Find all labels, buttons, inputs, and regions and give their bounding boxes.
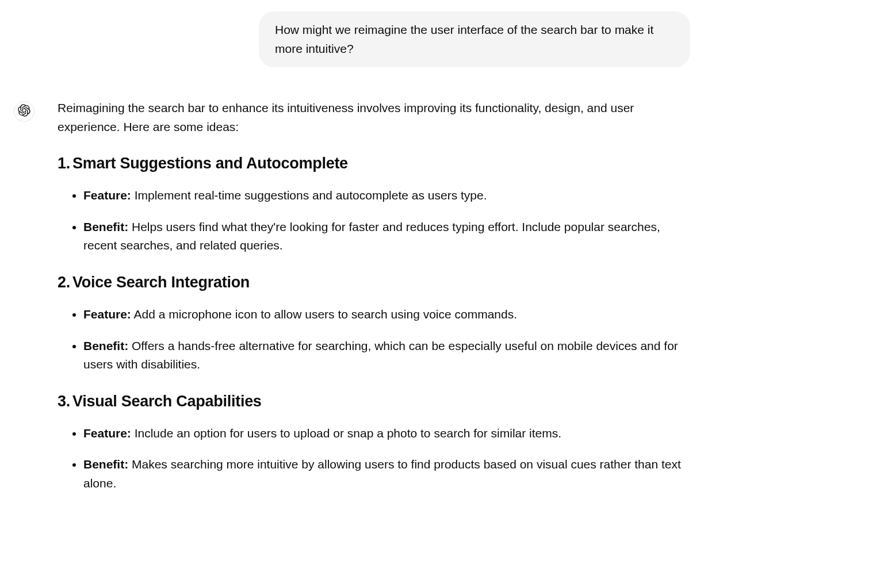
feature-text: Add a microphone icon to allow users to … <box>131 308 517 321</box>
section-1-list: Feature: Implement real-time suggestions… <box>58 186 690 255</box>
feature-label: Feature: <box>83 308 131 321</box>
list-item: Feature: Include an option for users to … <box>83 424 690 443</box>
assistant-message-content: Reimagining the search bar to enhance it… <box>58 99 690 498</box>
conversation-container: How might we reimagine the user interfac… <box>58 11 690 498</box>
section-heading-1: 1.Smart Suggestions and Autocomplete <box>58 153 690 174</box>
feature-text: Include an option for users to upload or… <box>131 426 561 440</box>
list-item: Feature: Add a microphone icon to allow … <box>83 305 690 324</box>
section-heading-2: 2.Voice Search Integration <box>58 272 690 293</box>
openai-logo-icon <box>18 104 30 119</box>
user-message-bubble: How might we reimagine the user interfac… <box>259 11 690 67</box>
benefit-label: Benefit: <box>83 339 128 352</box>
assistant-message-row: Reimagining the search bar to enhance it… <box>58 99 690 498</box>
benefit-label: Benefit: <box>83 458 128 471</box>
section-title: Smart Suggestions and Autocomplete <box>72 155 348 172</box>
list-item: Benefit: Makes searching more intuitive … <box>83 455 690 493</box>
benefit-text: Offers a hands-free alternative for sear… <box>83 339 678 371</box>
benefit-text: Makes searching more intuitive by allowi… <box>83 458 681 490</box>
benefit-text: Helps users find what they're looking fo… <box>83 220 660 252</box>
section-3-list: Feature: Include an option for users to … <box>58 424 690 493</box>
user-message-text: How might we reimagine the user interfac… <box>275 23 653 55</box>
feature-label: Feature: <box>83 426 131 440</box>
user-message-row: How might we reimagine the user interfac… <box>58 11 690 67</box>
list-item: Benefit: Offers a hands-free alternative… <box>83 337 690 374</box>
list-item: Feature: Implement real-time suggestions… <box>83 186 690 205</box>
section-title: Voice Search Integration <box>72 274 250 291</box>
section-2-list: Feature: Add a microphone icon to allow … <box>58 305 690 374</box>
benefit-label: Benefit: <box>83 220 128 233</box>
assistant-avatar <box>14 101 35 122</box>
feature-label: Feature: <box>83 189 131 202</box>
feature-text: Implement real-time suggestions and auto… <box>131 189 487 202</box>
assistant-intro-text: Reimagining the search bar to enhance it… <box>58 99 690 136</box>
section-title: Visual Search Capabilities <box>72 393 262 410</box>
section-number: 3. <box>58 393 70 410</box>
section-number: 2. <box>58 274 70 291</box>
section-number: 1. <box>58 155 70 172</box>
list-item: Benefit: Helps users find what they're l… <box>83 218 690 255</box>
section-heading-3: 3.Visual Search Capabilities <box>58 391 690 412</box>
